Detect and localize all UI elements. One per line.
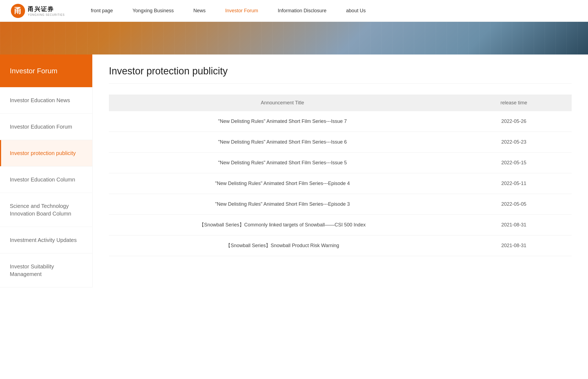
sidebar-menu: Investor Education News Investor Educati… <box>0 87 92 287</box>
release-date-cell: 2022-05-15 <box>456 153 572 173</box>
sidebar: Investor Forum Investor Education News I… <box>0 54 93 287</box>
logo-icon: 甬 <box>11 4 25 18</box>
col-release-time: release time <box>456 95 572 111</box>
sidebar-header: Investor Forum <box>0 54 92 87</box>
release-date-cell: 2022-05-05 <box>456 194 572 215</box>
release-date-cell: 2021-08-31 <box>456 215 572 235</box>
table-row[interactable]: 【Snowball Series】Commonly linked targets… <box>109 215 572 235</box>
nav-item-about-us[interactable]: about Us <box>336 0 375 22</box>
nav-item-news[interactable]: News <box>183 0 215 22</box>
page-title: Investor protection publicity <box>109 65 572 84</box>
nav-item-investor-forum[interactable]: Investor Forum <box>215 0 268 22</box>
sidebar-item-education-news[interactable]: Investor Education News <box>0 87 92 114</box>
announcement-title-cell[interactable]: "New Delisting Rules" Animated Short Fil… <box>109 132 456 153</box>
announcement-title-cell[interactable]: "New Delisting Rules" Animated Short Fil… <box>109 194 456 215</box>
sidebar-item-education-column[interactable]: Investor Education Column <box>0 166 92 193</box>
table-row[interactable]: "New Delisting Rules" Animated Short Fil… <box>109 173 572 194</box>
announcement-title-cell[interactable]: 【Snowball Series】Snowball Product Risk W… <box>109 235 456 256</box>
hero-banner <box>0 22 588 54</box>
main-layout: Investor Forum Investor Education News I… <box>0 54 588 287</box>
announcement-title-cell[interactable]: "New Delisting Rules" Animated Short Fil… <box>109 111 456 132</box>
sidebar-item-sci-tech-board[interactable]: Science and Technology Innovation Board … <box>0 193 92 227</box>
nav-item-front-page[interactable]: front page <box>81 0 123 22</box>
col-announcement-title: Announcement Title <box>109 95 456 111</box>
nav-item-information-disclosure[interactable]: Information Disclosure <box>268 0 336 22</box>
table-header-row: Announcement Title release time <box>109 95 572 111</box>
logo-text: 甬兴证券 YONGXING SECURITIES <box>28 5 65 16</box>
svg-text:甬: 甬 <box>14 7 22 15</box>
release-date-cell: 2022-05-11 <box>456 173 572 194</box>
sidebar-item-investor-suitability[interactable]: Investor Suitability Management <box>0 253 92 287</box>
table-row[interactable]: "New Delisting Rules" Animated Short Fil… <box>109 111 572 132</box>
release-date-cell: 2021-08-31 <box>456 235 572 256</box>
logo-en-text: YONGXING SECURITIES <box>28 13 65 16</box>
announcement-table: Announcement Title release time "New Del… <box>109 95 572 256</box>
announcement-title-cell[interactable]: "New Delisting Rules" Animated Short Fil… <box>109 153 456 173</box>
logo-cn-text: 甬兴证券 <box>28 5 65 13</box>
release-date-cell: 2022-05-23 <box>456 132 572 153</box>
sidebar-header-label: Investor Forum <box>10 67 57 75</box>
main-nav: front page Yongxing Business News Invest… <box>81 0 577 22</box>
announcement-title-cell[interactable]: "New Delisting Rules" Animated Short Fil… <box>109 173 456 194</box>
table-row[interactable]: "New Delisting Rules" Animated Short Fil… <box>109 132 572 153</box>
content-area: Investor protection publicity Announceme… <box>93 54 588 287</box>
announcement-title-cell[interactable]: 【Snowball Series】Commonly linked targets… <box>109 215 456 235</box>
logo[interactable]: 甬 甬兴证券 YONGXING SECURITIES <box>11 4 65 18</box>
sidebar-item-investment-activity[interactable]: Investment Activity Updates <box>0 227 92 253</box>
sidebar-item-protection-publicity[interactable]: Investor protection publicity <box>0 140 92 166</box>
table-row[interactable]: "New Delisting Rules" Animated Short Fil… <box>109 194 572 215</box>
header: 甬 甬兴证券 YONGXING SECURITIES front page Yo… <box>0 0 588 22</box>
sidebar-item-education-forum[interactable]: Investor Education Forum <box>0 114 92 140</box>
release-date-cell: 2022-05-26 <box>456 111 572 132</box>
table-row[interactable]: 【Snowball Series】Snowball Product Risk W… <box>109 235 572 256</box>
nav-item-yongxing-business[interactable]: Yongxing Business <box>123 0 183 22</box>
table-row[interactable]: "New Delisting Rules" Animated Short Fil… <box>109 153 572 173</box>
